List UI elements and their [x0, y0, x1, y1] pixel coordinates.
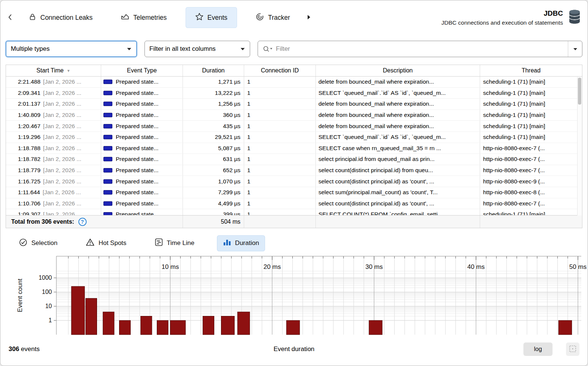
cell-thread: http-nio-8080-exec-7 (...	[480, 198, 582, 209]
cell-thread: scheduling-1 (71) [main]	[480, 121, 582, 131]
table-row[interactable]: 1:18.788[Jan 2, 2026 ...Prepared state..…	[6, 143, 582, 154]
cell-thread: scheduling-1 (71) [main]	[480, 209, 582, 215]
x-axis-label: Event duration	[274, 345, 315, 353]
tabs-scroll-left-button[interactable]	[6, 12, 15, 24]
filter-search-field	[258, 41, 582, 57]
filter-history-dropdown[interactable]	[568, 41, 582, 57]
cell-duration: 7,299 µs	[183, 187, 244, 198]
cell-event-type: Prepared state...	[101, 154, 183, 165]
cell-thread: scheduling-1 (71) [main]	[480, 110, 582, 121]
chevron-down-icon	[127, 45, 132, 53]
chevron-right-icon	[307, 14, 311, 21]
svg-text:10: 10	[45, 303, 52, 309]
cell-thread: http-nio-8080-exec-7 (...	[480, 165, 582, 176]
event-type-color-icon	[103, 179, 112, 184]
log-scale-button[interactable]: log	[523, 342, 553, 356]
event-type-color-icon	[103, 102, 112, 106]
svg-text:1000: 1000	[38, 274, 52, 281]
cell-event-type: Prepared state...	[101, 143, 183, 154]
table-row[interactable]: 1:16.725[Jan 2, 2026 ...Prepared state..…	[6, 176, 582, 187]
range-selection-button[interactable]	[566, 342, 579, 356]
tab-events[interactable]: Events	[186, 7, 237, 28]
table-row[interactable]: 2:09.341[Jan 2, 2026 ...Prepared state..…	[6, 88, 582, 99]
cell-duration: 435 µs	[183, 121, 244, 131]
events-table: Start Time ▼ Event Type Duration Connect…	[6, 65, 582, 228]
tab-telemetries[interactable]: Telemetries	[111, 7, 176, 28]
cell-description: select sum(principal.mail_count) as 'cou…	[316, 187, 480, 198]
column-header-duration[interactable]: Duration	[183, 65, 244, 76]
table-row[interactable]: 1:11.644[Jan 2, 2026 ...Prepared state..…	[6, 187, 582, 198]
total-events-label: Total from 306 events:	[11, 218, 74, 225]
tab-label: Telemetries	[133, 14, 167, 22]
cell-connection-id: 1	[244, 88, 316, 99]
chevron-down-icon	[240, 45, 245, 53]
column-header-event-type[interactable]: Event Type	[101, 65, 183, 76]
cell-event-type: Prepared state...	[101, 198, 183, 209]
filter-search-input[interactable]	[276, 45, 568, 53]
table-row[interactable]: 1:40.809[Jan 2, 2026 ...Prepared state..…	[6, 110, 582, 121]
cell-start-time: 1:18.782[Jan 2, 2026 ...	[6, 154, 101, 165]
tab-label: Tracker	[268, 14, 290, 22]
cell-start-time: 1:40.809[Jan 2, 2026 ...	[6, 110, 101, 121]
cell-start-time: 1:10.706[Jan 2, 2026 ...	[6, 198, 101, 209]
cell-start-time: 1:18.788[Jan 2, 2026 ...	[6, 143, 101, 154]
view-tab-time-line[interactable]: Time Line	[149, 235, 200, 251]
dashed-selection-icon	[569, 345, 576, 354]
tab-bar: Connection Leaks Telemetries Events Trac…	[0, 0, 588, 35]
view-tab-selection[interactable]: Selection	[13, 235, 63, 252]
cell-start-time: 2:01.137[Jan 2, 2026 ...	[6, 99, 101, 109]
cell-event-type: Prepared state...	[101, 99, 183, 109]
table-row[interactable]: 1:09.307[Jan 2, 2026 ...Prepared state..…	[6, 209, 582, 215]
filter-bar: Multiple types Filter in all text column…	[0, 41, 588, 57]
table-row[interactable]: 1:20.467[Jan 2, 2026 ...Prepared state..…	[6, 121, 582, 132]
table-row[interactable]: 2:01.137[Jan 2, 2026 ...Prepared state..…	[6, 99, 582, 110]
view-tab-duration[interactable]: Duration	[217, 235, 265, 251]
table-row[interactable]: 1:18.782[Jan 2, 2026 ...Prepared state..…	[6, 154, 582, 165]
cell-connection-id: 1	[244, 187, 316, 198]
event-type-color-icon	[103, 80, 112, 84]
svg-text:40 ms: 40 ms	[467, 263, 485, 270]
table-row[interactable]: 2:21.488[Jan 2, 2026 ...Prepared state..…	[6, 77, 582, 88]
table-row[interactable]: 1:10.706[Jan 2, 2026 ...Prepared state..…	[6, 198, 582, 210]
table-row[interactable]: 1:18.779[Jan 2, 2026 ...Prepared state..…	[6, 165, 582, 176]
search-icon[interactable]	[258, 45, 276, 53]
table-total-row: Total from 306 events: ? 504 ms	[6, 215, 582, 228]
cell-thread: http-nio-8080-exec-7 (...	[480, 154, 582, 165]
cell-connection-id: 1	[244, 154, 316, 165]
cell-description: select count(distinct principal.id) as '…	[316, 176, 480, 187]
column-header-start-time[interactable]: Start Time ▼	[6, 65, 101, 76]
lock-icon	[29, 13, 36, 22]
cell-event-type: Prepared state...	[101, 88, 183, 99]
table-row[interactable]: 1:19.296[Jan 2, 2026 ...Prepared state..…	[6, 132, 582, 143]
tabs-scroll-right-button[interactable]	[304, 12, 313, 24]
hot-spots-icon	[86, 238, 94, 248]
tab-label: Connection Leaks	[40, 14, 93, 22]
tab-connection-leaks[interactable]: Connection Leaks	[19, 7, 102, 28]
event-type-color-icon	[103, 201, 112, 206]
cell-duration: 29,521 µs	[183, 132, 244, 143]
cell-connection-id: 1	[244, 77, 316, 87]
table-scrollbar[interactable]	[577, 77, 582, 215]
cell-description: SELECT COUNT(*) FROM `config_email_setti…	[316, 209, 480, 215]
column-header-description[interactable]: Description	[316, 65, 480, 76]
cell-duration: 4,499 µs	[183, 198, 244, 209]
total-duration-value: 504 ms	[183, 215, 244, 228]
view-tab-hot-spots[interactable]: Hot Spots	[80, 235, 133, 251]
cell-description: select count(distinct principal.id) as '…	[316, 198, 480, 209]
filter-columns-dropdown[interactable]: Filter in all text columns	[144, 41, 250, 57]
duration-histogram-panel: 110100100010 ms20 ms30 ms40 ms50 msEvent…	[0, 254, 588, 339]
column-header-connection-id[interactable]: Connection ID	[244, 65, 316, 76]
cell-description: delete from bounced_mail where expiratio…	[316, 77, 480, 87]
view-tab-label: Hot Spots	[99, 239, 127, 247]
table-scrollbar-thumb[interactable]	[578, 78, 581, 105]
column-header-thread[interactable]: Thread	[480, 65, 582, 76]
help-icon[interactable]: ?	[78, 218, 87, 226]
event-type-dropdown[interactable]: Multiple types	[6, 41, 137, 57]
cell-thread: http-nio-8080-exec-7 (...	[480, 143, 582, 154]
page-header: JDBC JDBC connections and execution of s…	[441, 9, 581, 26]
svg-text:Event count: Event count	[16, 279, 24, 312]
svg-text:10 ms: 10 ms	[162, 263, 179, 270]
tab-label: Events	[208, 14, 228, 22]
tab-tracker[interactable]: Tracker	[246, 7, 300, 28]
cell-connection-id: 1	[244, 198, 316, 209]
